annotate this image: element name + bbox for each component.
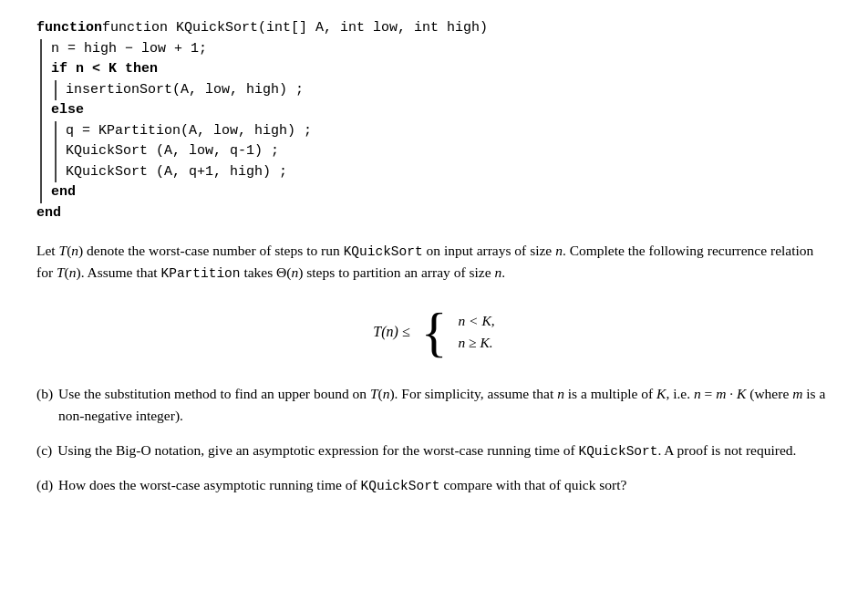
insertion-sort: insertionSort(A, low, high) ; — [66, 80, 304, 101]
kquicksort-1: KQuickSort (A, low, q-1) ; — [66, 141, 279, 162]
prose-paragraph: Let T(n) denote the worst-case number of… — [36, 240, 832, 285]
question-d: (d) How does the worst-case asymptotic r… — [36, 474, 832, 496]
else-indented: q = KPartition(A, low, high) ; KQuickSor… — [66, 121, 312, 183]
code-line-kqs2: KQuickSort (A, q+1, high) ; — [66, 162, 312, 183]
code-line-signature: function function KQuickSort(int[] A, in… — [36, 18, 832, 39]
if-vertical-bar — [55, 80, 57, 101]
question-b-label: (b) — [36, 383, 53, 405]
kquicksort-2: KQuickSort (A, q+1, high) ; — [66, 162, 287, 183]
keyword-function: function — [36, 18, 102, 39]
question-d-label: (d) — [36, 474, 53, 496]
case2-condition: n ≥ K. — [458, 335, 492, 351]
function-name: function KQuickSort(int[] A, int low, in… — [102, 18, 488, 39]
code-line-n: n = high − low + 1; — [51, 39, 312, 60]
outer-vertical-bar — [40, 39, 42, 203]
question-c-label: (c) — [36, 440, 52, 461]
recurrence-inner: T(n) ≤ { n < K, n ≥ K. — [373, 305, 494, 359]
code-line-insertion: insertionSort(A, low, high) ; — [66, 80, 304, 101]
end-outer: end — [36, 203, 61, 224]
if-bar-group: insertionSort(A, low, high) ; — [55, 80, 312, 101]
else-keyword: else — [51, 100, 84, 121]
outer-bar-group: n = high − low + 1; if n < K then insert… — [40, 39, 832, 203]
question-c: (c) Using the Big-O notation, give an as… — [36, 440, 832, 461]
brace-case-2: n ≥ K. — [458, 335, 494, 351]
code-line-kqs1: KQuickSort (A, low, q-1) ; — [66, 141, 312, 162]
if-indented: insertionSort(A, low, high) ; — [66, 80, 304, 101]
code-block: function function KQuickSort(int[] A, in… — [36, 18, 832, 223]
end-inner: end — [51, 182, 76, 203]
brace-cases: n < K, n ≥ K. — [458, 313, 494, 351]
code-line-else: else — [51, 100, 312, 121]
code-line-if: if n < K then — [51, 59, 312, 80]
code-line-end-inner: end — [51, 182, 312, 203]
big-brace: { — [421, 305, 448, 359]
outer-indented: n = high − low + 1; if n < K then insert… — [51, 39, 312, 203]
question-c-text: Using the Big-O notation, give an asympt… — [57, 440, 832, 461]
recurrence-section: T(n) ≤ { n < K, n ≥ K. — [36, 305, 832, 359]
brace-case-1: n < K, — [458, 313, 494, 329]
n-assignment: n = high − low + 1; — [51, 39, 207, 60]
question-b-text: Use the substitution method to find an u… — [58, 383, 832, 427]
case1-condition: n < K, — [458, 313, 494, 329]
question-d-text: How does the worst-case asymptotic runni… — [58, 474, 832, 496]
if-statement: if n < K then — [51, 59, 158, 80]
code-line-q: q = KPartition(A, low, high) ; — [66, 121, 312, 142]
q-assignment: q = KPartition(A, low, high) ; — [66, 121, 312, 142]
code-line-end-outer: end — [36, 203, 832, 224]
else-bar-group: q = KPartition(A, low, high) ; KQuickSor… — [55, 121, 312, 183]
recurrence-lhs: T(n) ≤ — [373, 324, 409, 340]
question-b: (b) Use the substitution method to find … — [36, 383, 832, 427]
else-vertical-bar — [55, 121, 57, 183]
